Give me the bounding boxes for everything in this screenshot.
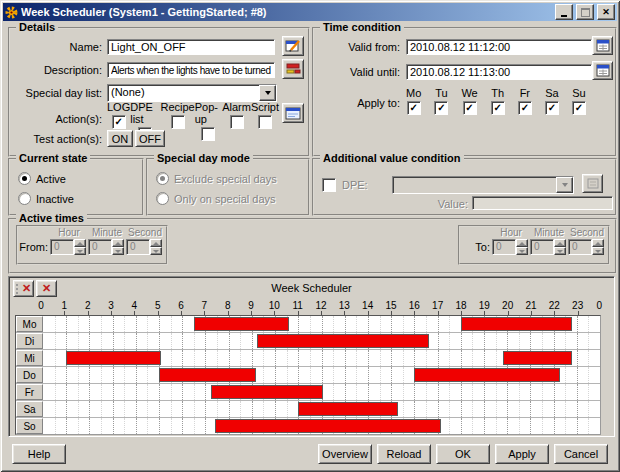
reload-button[interactable]: Reload bbox=[377, 444, 431, 464]
active-time-bar[interactable] bbox=[211, 385, 323, 399]
test-on-button[interactable]: ON bbox=[107, 130, 133, 147]
row-track[interactable] bbox=[43, 350, 600, 366]
apply-day-checkbox[interactable]: ✓ bbox=[463, 101, 477, 115]
arrow-up-icon bbox=[77, 242, 83, 245]
help-button[interactable]: Help bbox=[12, 444, 66, 464]
delete-all-button[interactable]: ✕ bbox=[13, 280, 34, 297]
cancel-button[interactable]: Cancel bbox=[554, 444, 608, 464]
active-time-bar[interactable] bbox=[215, 419, 441, 433]
test-off-button[interactable]: OFF bbox=[135, 130, 165, 147]
valid-until-input[interactable] bbox=[406, 64, 592, 80]
apply-day-checkbox[interactable]: ✓ bbox=[407, 101, 421, 115]
hour-gridline bbox=[461, 418, 462, 434]
titlebar: Week Scheduler (System1 - GettingStarted… bbox=[3, 3, 617, 21]
action-option-pop-up: Pop-up bbox=[195, 101, 222, 141]
scheduler-row-mi: Mi bbox=[16, 349, 600, 366]
active-time-bar[interactable] bbox=[298, 402, 397, 416]
radio-button[interactable] bbox=[18, 192, 31, 205]
action-checkbox[interactable]: ✓ bbox=[112, 115, 126, 129]
hour-tick-mark bbox=[578, 311, 579, 315]
hour-gridline bbox=[345, 384, 346, 400]
hour-tick-mark bbox=[484, 311, 485, 315]
half-hour-gridline bbox=[147, 418, 148, 434]
hour-gridline bbox=[507, 401, 508, 417]
active-time-bar[interactable] bbox=[66, 351, 161, 365]
footer-right: OverviewReloadOKApplyCancel bbox=[318, 444, 608, 464]
hour-gridline bbox=[438, 401, 439, 417]
window-title: Week Scheduler (System1 - GettingStarted… bbox=[21, 6, 552, 18]
active-time-bar[interactable] bbox=[503, 351, 572, 365]
additional-value-legend: Additional value condition bbox=[320, 152, 464, 164]
half-hour-gridline bbox=[403, 350, 404, 366]
hour-gridline bbox=[205, 418, 206, 434]
dpe-select-icon bbox=[587, 178, 599, 189]
action-checkbox[interactable] bbox=[230, 115, 244, 129]
row-track[interactable] bbox=[43, 384, 600, 400]
action-checkbox[interactable] bbox=[171, 115, 185, 129]
edit-icon bbox=[285, 39, 301, 53]
radio-button[interactable] bbox=[18, 172, 31, 185]
active-time-bar[interactable] bbox=[461, 317, 572, 331]
hour-gridline bbox=[577, 367, 578, 383]
chevron-down-icon bbox=[265, 91, 271, 95]
half-hour-gridline bbox=[565, 418, 566, 434]
half-hour-gridline bbox=[472, 350, 473, 366]
name-input[interactable] bbox=[107, 39, 275, 55]
spin-up-button bbox=[554, 239, 566, 247]
action-checkbox[interactable] bbox=[201, 127, 215, 141]
hour-gridline bbox=[113, 401, 114, 417]
action-checkbox[interactable] bbox=[258, 115, 272, 129]
edit-name-button[interactable] bbox=[282, 36, 304, 56]
dpe-enable-checkbox[interactable] bbox=[322, 178, 336, 192]
spin-down-button bbox=[592, 247, 604, 255]
active-time-bar[interactable] bbox=[194, 317, 289, 331]
row-track[interactable] bbox=[43, 401, 600, 417]
special-day-list-combobox[interactable]: (None) bbox=[107, 84, 277, 102]
half-hour-gridline bbox=[171, 401, 172, 417]
from-column-headers: HourMinuteSecond bbox=[50, 227, 166, 238]
ok-button[interactable]: OK bbox=[436, 444, 490, 464]
valid-from-calendar-button[interactable] bbox=[592, 36, 613, 55]
action-config-button[interactable] bbox=[282, 103, 304, 123]
row-track[interactable] bbox=[43, 367, 600, 383]
apply-day-checkbox[interactable]: ✓ bbox=[545, 101, 559, 115]
valid-from-label: Valid from: bbox=[314, 41, 400, 53]
row-track[interactable] bbox=[43, 418, 600, 434]
action-option-recipe: Recipe bbox=[160, 101, 194, 141]
valid-from-input[interactable] bbox=[406, 39, 592, 55]
language-text-icon bbox=[286, 63, 301, 75]
overview-button[interactable]: Overview bbox=[318, 444, 372, 464]
hour-gridline bbox=[438, 316, 439, 332]
half-hour-gridline bbox=[240, 401, 241, 417]
half-hour-gridline bbox=[333, 384, 334, 400]
active-time-bar[interactable] bbox=[257, 334, 430, 348]
time-spinbox: 0 bbox=[126, 239, 162, 255]
hour-gridline bbox=[368, 316, 369, 332]
active-time-bar[interactable] bbox=[159, 368, 256, 382]
dropdown-arrow-button[interactable] bbox=[259, 85, 276, 101]
active-time-bar[interactable] bbox=[414, 368, 560, 382]
scheduler-row-mo: Mo bbox=[16, 316, 600, 332]
close-button[interactable]: ✕ bbox=[597, 4, 615, 20]
description-input[interactable] bbox=[107, 62, 275, 78]
hour-gridline bbox=[345, 367, 346, 383]
row-track[interactable] bbox=[43, 333, 600, 349]
valid-until-calendar-button[interactable] bbox=[592, 61, 613, 80]
time-column-header: Minute bbox=[530, 227, 568, 238]
delete-button[interactable]: ✕ bbox=[36, 280, 57, 297]
apply-button[interactable]: Apply bbox=[495, 444, 549, 464]
row-track[interactable] bbox=[43, 316, 600, 332]
edit-description-button[interactable] bbox=[282, 59, 304, 79]
hour-gridline bbox=[275, 401, 276, 417]
hour-gridline bbox=[391, 384, 392, 400]
spinbox-buttons bbox=[516, 239, 528, 255]
apply-day-checkbox[interactable]: ✓ bbox=[491, 101, 505, 115]
action-option-label: DPE list bbox=[130, 101, 160, 125]
hour-tick-mark bbox=[228, 311, 229, 315]
apply-day-checkbox[interactable]: ✓ bbox=[518, 101, 532, 115]
half-hour-gridline bbox=[403, 401, 404, 417]
apply-day-checkbox[interactable]: ✓ bbox=[572, 101, 586, 115]
hour-gridline bbox=[391, 316, 392, 332]
minimize-button[interactable] bbox=[555, 4, 573, 20]
apply-day-checkbox[interactable]: ✓ bbox=[434, 101, 448, 115]
